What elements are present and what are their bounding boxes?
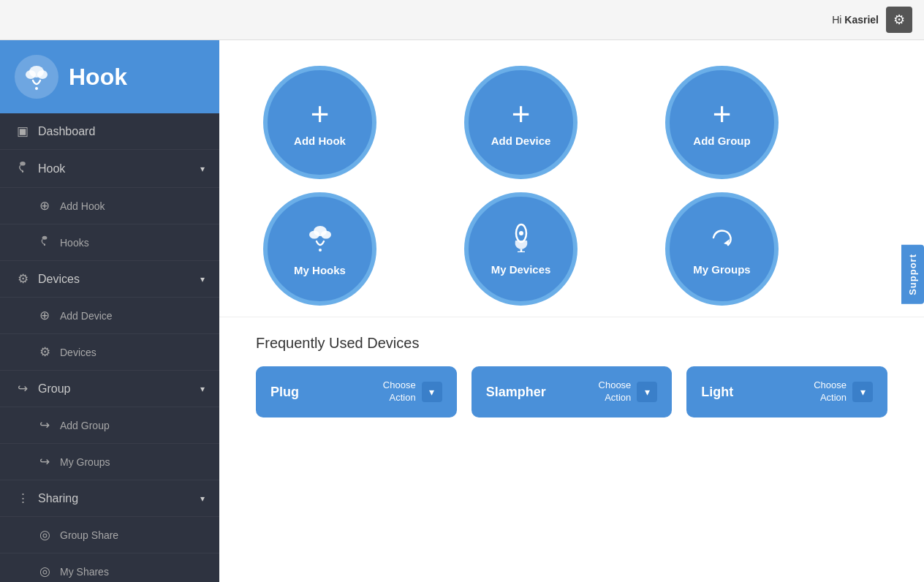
device-action-label-plug: ChooseAction	[383, 379, 416, 404]
add-device-plus-icon: +	[512, 98, 531, 130]
device-name-light: Light	[701, 385, 733, 400]
devices-icon: ⚙	[15, 271, 31, 287]
my-hooks-icon	[305, 222, 336, 260]
username: Kasriel	[844, 14, 879, 26]
dropdown-arrow-slampher: ▾	[645, 386, 650, 398]
my-groups-icon	[708, 223, 737, 259]
sidebar-label-add-group: Add Group	[60, 420, 110, 431]
sidebar-item-add-device[interactable]: ⊕ Add Device	[0, 298, 219, 334]
sidebar-label-hook: Hook	[38, 162, 65, 175]
svg-point-1	[26, 70, 36, 79]
sidebar-label-group: Group	[38, 382, 70, 396]
svg-point-7	[44, 244, 45, 246]
app-layout: Hook ▣ Dashboard Hook ▾ ⊕ Add Hook	[0, 40, 924, 582]
device-action-plug: ChooseAction ▾	[383, 379, 442, 404]
sidebar-item-my-shares[interactable]: ◎ My Shares	[0, 553, 219, 582]
hooks-icon	[37, 235, 53, 250]
svg-point-4	[20, 162, 26, 166]
add-device-icon: ⊕	[37, 308, 53, 323]
greeting-text: Hi Kasriel	[832, 14, 879, 26]
sidebar-item-add-group[interactable]: ↪ Add Group	[0, 407, 219, 444]
svg-point-3	[35, 87, 38, 90]
add-hook-plus-icon: +	[311, 98, 330, 130]
my-devices-icon	[507, 223, 536, 259]
add-group-plus-icon: +	[713, 98, 732, 130]
my-devices-circle[interactable]: My Devices	[464, 192, 578, 306]
sidebar-item-dashboard[interactable]: ▣ Dashboard	[0, 113, 219, 150]
device-name-plug: Plug	[270, 385, 299, 400]
devices-list-icon: ⚙	[37, 344, 53, 360]
sidebar-item-hook[interactable]: Hook ▾	[0, 150, 219, 188]
sidebar-label-add-hook: Add Hook	[60, 200, 105, 212]
sidebar-label-sharing: Sharing	[38, 492, 78, 505]
devices-section: Frequently Used Devices Plug ChooseActio…	[219, 317, 924, 435]
device-action-light: ChooseAction ▾	[814, 379, 873, 404]
add-hook-icon: ⊕	[37, 198, 53, 213]
device-dropdown-slampher[interactable]: ▾	[637, 382, 657, 402]
add-hook-label: Add Hook	[294, 135, 346, 147]
sidebar: Hook ▣ Dashboard Hook ▾ ⊕ Add Hook	[0, 40, 219, 582]
sidebar-item-my-groups[interactable]: ↪ My Groups	[0, 444, 219, 480]
support-tab-wrapper: Support	[901, 245, 924, 304]
device-action-label-slampher: ChooseAction	[599, 379, 632, 404]
sidebar-label-devices-list: Devices	[60, 347, 96, 358]
group-chevron-icon: ▾	[200, 384, 205, 394]
svg-point-5	[22, 170, 23, 172]
device-cards: Plug ChooseAction ▾ Slampher ChooseActio…	[256, 366, 887, 417]
my-devices-label: My Devices	[491, 263, 551, 276]
sidebar-item-devices-list[interactable]: ⚙ Devices	[0, 334, 219, 371]
device-action-label-light: ChooseAction	[814, 379, 847, 404]
add-device-label: Add Device	[491, 135, 551, 147]
dropdown-arrow-light: ▾	[860, 386, 866, 398]
dropdown-arrow-plug: ▾	[429, 386, 434, 398]
support-tab[interactable]: Support	[901, 245, 924, 304]
sidebar-label-add-device: Add Device	[60, 310, 113, 322]
sidebar-label-devices: Devices	[38, 273, 80, 286]
hook-icon	[15, 160, 31, 177]
device-card-slampher: Slampher ChooseAction ▾	[472, 366, 673, 417]
sharing-icon: ⋮	[15, 491, 31, 506]
group-icon: ↪	[15, 381, 31, 396]
sidebar-item-add-hook[interactable]: ⊕ Add Hook	[0, 188, 219, 224]
sidebar-item-group-share[interactable]: ◎ Group Share	[0, 517, 219, 553]
add-hook-circle[interactable]: + Add Hook	[263, 66, 376, 179]
app-header: Hi Kasriel ⚙	[0, 0, 924, 40]
svg-point-11	[319, 249, 322, 252]
sidebar-item-hooks[interactable]: Hooks	[0, 224, 219, 261]
svg-point-15	[519, 231, 523, 235]
device-card-plug: Plug ChooseAction ▾	[256, 366, 457, 417]
add-group-icon: ↪	[37, 417, 53, 433]
svg-point-10	[321, 230, 331, 238]
sidebar-item-devices[interactable]: ⚙ Devices ▾	[0, 261, 219, 298]
my-groups-circle[interactable]: My Groups	[665, 192, 779, 306]
settings-button[interactable]: ⚙	[886, 7, 912, 33]
my-groups-icon: ↪	[37, 454, 53, 469]
logo-icon	[15, 55, 58, 99]
sidebar-label-dashboard: Dashboard	[38, 125, 95, 138]
section-title: Frequently Used Devices	[256, 335, 887, 352]
hook-chevron-icon: ▾	[200, 164, 205, 174]
add-group-circle[interactable]: + Add Group	[665, 66, 779, 179]
my-hooks-label: My Hooks	[294, 264, 346, 276]
devices-chevron-icon: ▾	[200, 274, 205, 284]
device-dropdown-plug[interactable]: ▾	[422, 382, 442, 402]
sidebar-label-group-share: Group Share	[60, 529, 118, 541]
add-device-circle[interactable]: + Add Device	[464, 66, 578, 179]
svg-point-9	[309, 230, 319, 238]
dashboard-icon: ▣	[15, 124, 31, 139]
add-group-label: Add Group	[693, 135, 750, 147]
sidebar-logo: Hook	[0, 40, 219, 113]
main-content: + Add Hook + Add Device + Add Group	[219, 40, 924, 582]
logo-text: Hook	[69, 64, 127, 91]
group-share-icon: ◎	[37, 527, 53, 543]
my-hooks-circle[interactable]: My Hooks	[263, 192, 376, 306]
sidebar-item-sharing[interactable]: ⋮ Sharing ▾	[0, 480, 219, 517]
sidebar-label-my-shares: My Shares	[60, 566, 109, 578]
sharing-chevron-icon: ▾	[200, 494, 205, 504]
sidebar-item-group[interactable]: ↪ Group ▾	[0, 371, 219, 407]
svg-point-6	[42, 236, 48, 240]
device-dropdown-light[interactable]: ▾	[852, 382, 873, 402]
gear-icon: ⚙	[893, 12, 905, 28]
svg-point-2	[37, 70, 48, 79]
my-shares-icon: ◎	[37, 564, 53, 579]
